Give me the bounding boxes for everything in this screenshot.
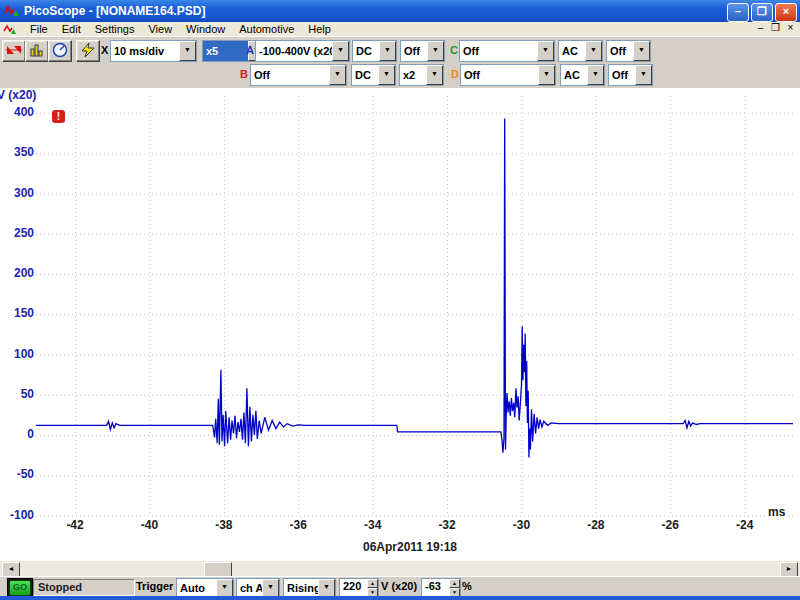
channel-c-range-combo[interactable]: Off ▼ — [459, 40, 555, 62]
channel-a-range-combo[interactable]: -100-400V (x20) ▼ — [255, 40, 350, 62]
x-tick-label: -26 — [648, 518, 692, 532]
menu-item-settings[interactable]: Settings — [88, 23, 142, 36]
trigger-edge-combo[interactable]: Rising ▼ — [283, 578, 336, 598]
chevron-down-icon[interactable]: ▼ — [538, 65, 555, 85]
timebase-combo[interactable]: 10 ms/div ▼ — [110, 40, 197, 62]
channel-b-range-combo[interactable]: Off ▼ — [250, 64, 347, 86]
pretrigger-spinner[interactable]: -63 ▲▼ — [421, 578, 461, 598]
document-icon — [3, 23, 17, 35]
chevron-down-icon[interactable]: ▼ — [216, 579, 233, 597]
y-axis-unit-label: V (x20) — [0, 88, 36, 102]
menu-item-automotive[interactable]: Automotive — [232, 23, 301, 36]
spin-up-icon[interactable]: ▲ — [367, 579, 378, 588]
chevron-down-icon[interactable]: ▼ — [585, 41, 602, 61]
x-tick-label: -36 — [276, 518, 320, 532]
spin-up-icon[interactable]: ▲ — [449, 579, 460, 588]
y-tick-label: -50 — [4, 467, 34, 481]
overload-indicator-icon: ! — [52, 110, 65, 123]
title-bar: PicoScope - [NONAME164.PSD] – ❐ × — [0, 0, 800, 22]
mdi-restore-button[interactable]: ❐ — [768, 22, 783, 35]
window-bottom-border — [0, 596, 800, 600]
go-button-frame: GO — [7, 578, 33, 598]
picoscope-app-icon — [4, 3, 20, 19]
meter-mode-icon — [51, 42, 69, 58]
y-tick-label: 250 — [4, 226, 34, 240]
mdi-minimize-button[interactable]: – — [753, 22, 768, 35]
menu-item-file[interactable]: File — [23, 23, 55, 36]
chevron-down-icon[interactable]: ▼ — [318, 579, 335, 597]
channel-a-label: A — [246, 44, 254, 56]
y-tick-label: 50 — [4, 387, 34, 401]
menu-item-view[interactable]: View — [141, 23, 179, 36]
x-tick-label: -24 — [723, 518, 767, 532]
timebase-x-label: X — [101, 44, 108, 56]
chevron-down-icon[interactable]: ▼ — [537, 41, 554, 61]
x-tick-label: -38 — [202, 518, 246, 532]
channel-a-coupling-combo[interactable]: DC ▼ — [352, 40, 397, 62]
window-title: PicoScope - [NONAME164.PSD] — [24, 4, 205, 18]
menu-item-window[interactable]: Window — [179, 23, 232, 36]
x-tick-label: -28 — [574, 518, 618, 532]
mdi-close-button[interactable]: × — [783, 22, 798, 35]
channel-c-label: C — [450, 44, 458, 56]
y-tick-label: 300 — [4, 186, 34, 200]
chevron-down-icon[interactable]: ▼ — [635, 65, 652, 85]
restore-button[interactable]: ❐ — [751, 3, 773, 22]
menu-item-edit[interactable]: Edit — [55, 23, 88, 36]
channel-a-option-combo[interactable]: Off ▼ — [400, 40, 445, 62]
x-tick-label: -32 — [425, 518, 469, 532]
channel-d-range-combo[interactable]: Off ▼ — [460, 64, 556, 86]
scope-mode-button[interactable] — [2, 40, 26, 62]
trigger-mode-combo[interactable]: Auto ▼ — [176, 578, 234, 598]
chevron-down-icon[interactable]: ▼ — [379, 41, 396, 61]
chevron-down-icon[interactable]: ▼ — [427, 41, 444, 61]
channel-d-coupling-combo[interactable]: AC ▼ — [560, 64, 605, 86]
channel-d-option-combo[interactable]: Off ▼ — [608, 64, 653, 86]
chevron-down-icon[interactable]: ▼ — [332, 41, 349, 61]
channel-b-option-combo[interactable]: x2 ▼ — [399, 64, 444, 86]
channel-b-label: B — [240, 68, 248, 80]
y-tick-label: 0 — [4, 427, 34, 441]
y-tick-label: 100 — [4, 347, 34, 361]
chevron-down-icon[interactable]: ▼ — [426, 65, 443, 85]
y-tick-label: -100 — [4, 508, 34, 522]
meter-mode-button[interactable] — [48, 40, 72, 62]
scope-display: V (x20) ! 400350300250200150100500-50-10… — [0, 88, 800, 561]
x-tick-label: -40 — [127, 518, 171, 532]
scroll-left-icon[interactable]: ◄ — [2, 562, 20, 577]
scrollbar-thumb[interactable] — [204, 562, 232, 577]
chevron-down-icon[interactable]: ▼ — [587, 65, 604, 85]
menu-bar: FileEditSettingsViewWindowAutomotiveHelp… — [0, 22, 800, 37]
x-axis-unit-label: ms — [768, 505, 785, 519]
close-button[interactable]: × — [775, 3, 797, 22]
x-tick-label: -42 — [53, 518, 97, 532]
trigger-level-spinner[interactable]: 220 ▲▼ — [339, 578, 379, 598]
trigger-lightning-icon — [79, 42, 97, 58]
trigger-source-combo[interactable]: ch A ▼ — [236, 578, 280, 598]
toolbar: X 10 ms/div ▼ x5 ▼ A -100-400V (x20) ▼ D… — [0, 36, 800, 90]
channel-c-coupling-combo[interactable]: AC ▼ — [558, 40, 603, 62]
picoscope-window: PicoScope - [NONAME164.PSD] – ❐ × FileEd… — [0, 0, 800, 600]
chevron-down-icon[interactable]: ▼ — [378, 65, 395, 85]
trigger-label: Trigger — [136, 580, 173, 592]
waveform-plot — [0, 88, 800, 561]
chevron-down-icon[interactable]: ▼ — [179, 41, 196, 61]
menu-item-help[interactable]: Help — [301, 23, 338, 36]
chevron-down-icon[interactable]: ▼ — [633, 41, 650, 61]
scroll-right-icon[interactable]: ► — [780, 562, 798, 577]
trigger-level-unit: V (x20) — [381, 580, 417, 592]
chevron-down-icon[interactable]: ▼ — [262, 579, 279, 597]
horizontal-scrollbar[interactable]: ◄ ► — [0, 561, 800, 576]
channel-b-coupling-combo[interactable]: DC ▼ — [351, 64, 396, 86]
go-button[interactable]: GO — [9, 580, 31, 596]
minimize-button[interactable]: – — [727, 3, 749, 22]
trigger-setup-button[interactable] — [76, 40, 100, 62]
x-tick-label: -30 — [499, 518, 543, 532]
spectrum-mode-button[interactable] — [25, 40, 49, 62]
chevron-down-icon[interactable]: ▼ — [329, 65, 346, 85]
y-tick-label: 400 — [4, 105, 34, 119]
capture-state: Stopped — [33, 579, 135, 596]
pretrigger-unit: % — [462, 580, 472, 592]
channel-c-option-combo[interactable]: Off ▼ — [606, 40, 651, 62]
capture-timestamp: 06Apr2011 19:18 — [300, 540, 520, 554]
